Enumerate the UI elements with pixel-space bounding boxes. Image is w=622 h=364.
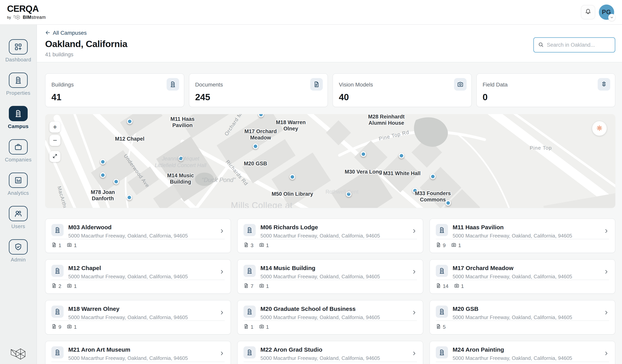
building-name: M03 Alderwood: [68, 224, 188, 231]
map-marker[interactable]: [290, 174, 295, 180]
building-icon: [436, 306, 448, 318]
sidebar-item-analytics[interactable]: Analytics: [8, 172, 29, 196]
user-avatar[interactable]: PG: [599, 4, 614, 20]
sidebar-item-label: Users: [11, 223, 25, 230]
building-name: M06 Richards Lodge: [260, 224, 380, 231]
stat-card-buildings: Buildings41: [45, 73, 184, 107]
map-marker[interactable]: [100, 172, 106, 178]
document-icon: [244, 283, 249, 290]
building-card[interactable]: M24 Aron Painting5000 Macarthur Freeway,…: [429, 341, 615, 364]
document-icon: [436, 324, 441, 330]
map-marker[interactable]: [446, 200, 451, 206]
building-icon: [51, 265, 64, 277]
sidebar-item-properties[interactable]: Properties: [6, 73, 30, 96]
bell-icon: [584, 8, 592, 16]
map-zoom-out-button[interactable]: −: [49, 135, 60, 146]
map-zoom-in-button[interactable]: +: [49, 122, 60, 133]
building-card[interactable]: M20 GSB5000 Macarthur Freeway, Oakland, …: [429, 300, 615, 335]
camera-icon: [454, 78, 466, 91]
search-input[interactable]: [547, 42, 611, 48]
sidebar-item-dashboard[interactable]: Dashboard: [5, 39, 31, 63]
building-icon: [244, 306, 256, 318]
map-marker[interactable]: [178, 156, 184, 161]
camera-icon: [259, 324, 264, 330]
building-name: M18 Warren Olney: [68, 306, 188, 312]
sidebar-item-campus[interactable]: Campus: [8, 106, 29, 130]
document-icon: [51, 242, 57, 249]
building-card[interactable]: M21 Aron Art Museum5000 Macarthur Freewa…: [45, 341, 231, 364]
map-marker[interactable]: [127, 195, 132, 200]
building-name: M14 Music Building: [260, 265, 380, 271]
building-icon: [436, 346, 448, 359]
building-address: 5000 Macarthur Freeway, Oakland, Califor…: [260, 355, 380, 361]
photo-count: 1: [259, 283, 269, 290]
map-marker[interactable]: [399, 153, 404, 158]
camera-icon: [67, 283, 72, 290]
content-scroll: Buildings41Documents245Vision Models40Fi…: [37, 62, 622, 364]
sidebar-item-users[interactable]: Users: [9, 206, 28, 230]
chevron-right-icon: [603, 351, 609, 357]
chevron-right-icon: [219, 310, 225, 316]
users-icon: [9, 206, 28, 221]
analytics-icon: [9, 172, 28, 188]
photo-count: 1: [259, 242, 269, 249]
building-card[interactable]: M17 Orchard Meadow5000 Macarthur Freeway…: [429, 259, 615, 294]
sidebar-item-label: Properties: [6, 90, 30, 96]
document-icon: [244, 324, 249, 330]
building-card[interactable]: M20 Graduate School of Business5000 Maca…: [237, 300, 423, 335]
document-icon: [51, 283, 57, 290]
map-marker[interactable]: [361, 152, 366, 157]
notifications-button[interactable]: [581, 5, 595, 19]
building-card[interactable]: M18 Warren Olney5000 Macarthur Freeway, …: [45, 300, 231, 335]
map-marker[interactable]: [253, 144, 258, 149]
map-marker[interactable]: [127, 119, 133, 124]
breadcrumb-all-campuses[interactable]: All Campuses: [45, 30, 87, 36]
building-count-subtitle: 41 buildings: [45, 52, 615, 58]
photo-count: 1: [259, 324, 269, 330]
building-address: 5000 Macarthur Freeway, Oakland, Califor…: [68, 233, 188, 239]
map-marker[interactable]: [430, 174, 436, 179]
layers-icon: [598, 78, 610, 91]
building-card[interactable]: M22 Aron Grad Studio5000 Macarthur Freew…: [237, 341, 423, 364]
document-count: 3: [244, 242, 253, 249]
chevron-right-icon: [411, 269, 417, 275]
app-header: CERQA by BIMstream PG: [0, 0, 622, 25]
sidebar-item-companies[interactable]: Companies: [5, 139, 32, 163]
campus-map[interactable]: M11 Haas PavilionM12 ChapelM18 Warren Ol…: [45, 114, 615, 208]
document-icon: [51, 324, 57, 330]
sidebar-item-label: Dashboard: [5, 57, 31, 63]
stat-label: Buildings: [51, 82, 178, 88]
map-style-toggle-button[interactable]: [592, 121, 607, 136]
building-icon: [167, 78, 179, 91]
building-name: M24 Aron Painting: [453, 346, 572, 353]
document-count: 1: [51, 242, 61, 249]
stat-value: 245: [195, 92, 210, 102]
document-count: 9: [51, 324, 61, 330]
search-icon: [538, 41, 544, 48]
sidebar-item-label: Companies: [5, 157, 32, 163]
photo-count: 1: [454, 283, 464, 290]
map-fullscreen-button[interactable]: [49, 151, 60, 162]
sidebar: DashboardPropertiesCampusCompaniesAnalyt…: [0, 25, 37, 364]
photo-count: 1: [67, 283, 77, 290]
chevron-right-icon: [219, 269, 225, 275]
building-address: 5000 Macarthur Freeway, Oakland, Califor…: [260, 274, 380, 280]
building-card[interactable]: M03 Alderwood5000 Macarthur Freeway, Oak…: [45, 218, 231, 253]
sidebar-item-admin[interactable]: Admin: [9, 239, 28, 263]
building-card[interactable]: M12 Chapel5000 Macarthur Freeway, Oaklan…: [45, 259, 231, 294]
chevron-down-icon[interactable]: [608, 14, 615, 21]
building-card[interactable]: M11 Haas Pavilion5000 Macarthur Freeway,…: [429, 218, 615, 253]
page-title: Oakland, California: [45, 38, 615, 49]
building-name: M22 Aron Grad Studio: [260, 346, 380, 353]
map-marker[interactable]: [100, 159, 106, 165]
map-marker[interactable]: [412, 188, 418, 193]
building-card[interactable]: M06 Richards Lodge5000 Macarthur Freeway…: [237, 218, 423, 253]
building-card[interactable]: M14 Music Building5000 Macarthur Freeway…: [237, 259, 423, 294]
building-icon: [436, 224, 448, 236]
document-count: 14: [436, 283, 448, 290]
building-icon: [436, 265, 448, 277]
map-marker[interactable]: [113, 179, 119, 184]
building-address: 5000 Macarthur Freeway, Oakland, Califor…: [68, 314, 188, 321]
expand-icon: [52, 152, 58, 161]
map-marker[interactable]: [346, 192, 351, 197]
